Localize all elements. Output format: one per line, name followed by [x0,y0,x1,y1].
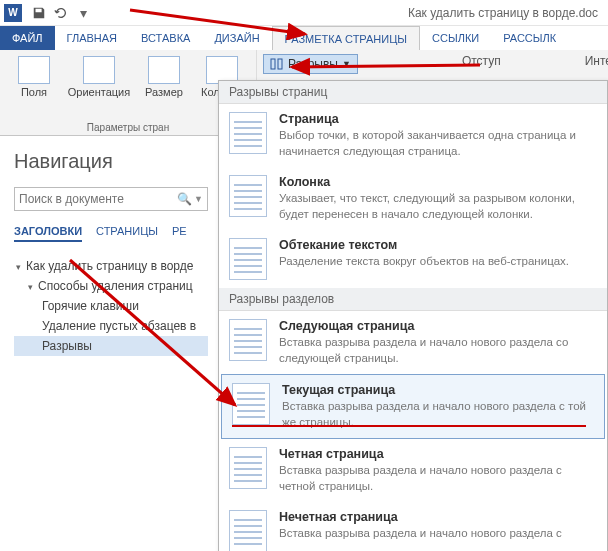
dd-title: Следующая страница [279,319,597,333]
tree-node-label: Горячие клавиши [42,299,139,313]
even-page-break-icon [229,447,267,489]
dd-desc: Указывает, что текст, следующий за разры… [279,191,597,222]
dd-desc: Вставка разрыва раздела и начало нового … [279,335,597,366]
tree-node-label: Удаление пустых абзацев в [42,319,196,333]
continuous-break-icon [232,383,270,425]
dd-desc: Вставка разрыва раздела и начало нового … [279,526,597,542]
breaks-dropdown-button[interactable]: Разрывы ▼ [263,54,358,74]
tree-node-hotkeys[interactable]: Горячие клавиши [14,296,208,316]
tree-node-breaks[interactable]: Разрывы [14,336,208,356]
tree-node-empty-paragraphs[interactable]: Удаление пустых абзацев в [14,316,208,336]
dd-title: Страница [279,112,597,126]
dd-desc: Выбор точки, в которой заканчивается одн… [279,128,597,159]
title-bar: W ▾ Как удалить страницу в ворде.doc [0,0,608,26]
size-button[interactable]: Размер [136,54,192,120]
page-break-icon [229,112,267,154]
page-setup-group-label: Параметры стран [6,122,250,133]
breaks-dropdown-menu: Разрывы страниц Страница Выбор точки, в … [218,80,608,551]
dropdown-section-page-breaks: Разрывы страниц [219,81,607,104]
orientation-label: Ориентация [68,86,130,98]
dd-desc: Вставка разрыва раздела и начало нового … [279,463,597,494]
dd-item-even-page[interactable]: Четная страница Вставка разрыва раздела … [219,439,607,502]
text-wrap-break-icon [229,238,267,280]
word-app-icon: W [4,4,22,22]
navigation-title: Навигация [14,150,208,173]
tree-node-label: Разрывы [42,339,92,353]
orientation-button[interactable]: Ориентация [64,54,134,120]
dd-item-text-wrapping[interactable]: Обтекание текстом Разделение текста вокр… [219,230,607,288]
tab-insert[interactable]: ВСТАВКА [129,26,202,50]
tab-home[interactable]: ГЛАВНАЯ [55,26,129,50]
dd-title: Колонка [279,175,597,189]
ribbon-tabs: ФАЙЛ ГЛАВНАЯ ВСТАВКА ДИЗАЙН РАЗМЕТКА СТР… [0,26,608,50]
odd-page-break-icon [229,510,267,551]
dd-desc: Разделение текста вокруг объектов на веб… [279,254,597,270]
document-title: Как удалить страницу в ворде.doc [408,6,598,20]
tab-page-layout[interactable]: РАЗМЕТКА СТРАНИЦЫ [272,26,420,50]
dropdown-section-section-breaks: Разрывы разделов [219,288,607,311]
size-icon [148,56,180,84]
tab-file[interactable]: ФАЙЛ [0,26,55,50]
navigation-tree: ▾Как удалить страницу в ворде ▾Способы у… [14,256,208,356]
search-more-icon[interactable]: ▼ [194,194,203,204]
dd-item-page[interactable]: Страница Выбор точки, в которой заканчив… [219,104,607,167]
tree-node-ways[interactable]: ▾Способы удаления страниц [14,276,208,296]
spacing-label: Интервал [585,54,608,68]
size-label: Размер [145,86,183,98]
dd-title: Нечетная страница [279,510,597,524]
navigation-tabs: ЗАГОЛОВКИ СТРАНИЦЫ РЕ [14,225,208,242]
dd-title: Четная страница [279,447,597,461]
breaks-icon [270,58,284,70]
dd-item-next-page[interactable]: Следующая страница Вставка разрыва разде… [219,311,607,374]
save-icon[interactable] [28,2,50,24]
dd-title: Обтекание текстом [279,238,597,252]
orientation-icon [83,56,115,84]
undo-icon[interactable] [50,2,72,24]
nav-tab-pages[interactable]: СТРАНИЦЫ [96,225,158,242]
indent-label: Отступ [462,54,501,68]
nav-tab-results[interactable]: РЕ [172,225,187,242]
tree-root[interactable]: ▾Как удалить страницу в ворде [14,256,208,276]
dd-item-column[interactable]: Колонка Указывает, что текст, следующий … [219,167,607,230]
search-input[interactable] [19,192,177,206]
svg-rect-1 [278,59,282,69]
tab-design[interactable]: ДИЗАЙН [202,26,271,50]
margins-icon [18,56,50,84]
dd-title: Текущая страница [282,383,594,397]
column-break-icon [229,175,267,217]
qat-more-icon[interactable]: ▾ [72,2,94,24]
chevron-down-icon: ▼ [342,59,351,69]
navigation-search[interactable]: 🔍 ▼ [14,187,208,211]
search-icon[interactable]: 🔍 [177,192,192,206]
dd-item-odd-page[interactable]: Нечетная страница Вставка разрыва раздел… [219,502,607,551]
tab-mailings[interactable]: РАССЫЛК [491,26,568,50]
dd-desc: Вставка разрыва раздела и начало нового … [282,399,594,430]
breaks-label: Разрывы [288,57,338,71]
dd-item-continuous[interactable]: Текущая страница Вставка разрыва раздела… [221,374,605,439]
tab-references[interactable]: ССЫЛКИ [420,26,491,50]
nav-tab-headings[interactable]: ЗАГОЛОВКИ [14,225,82,242]
svg-rect-0 [271,59,275,69]
next-page-break-icon [229,319,267,361]
tree-node-label: Способы удаления страниц [38,279,193,293]
navigation-pane: Навигация 🔍 ▼ ЗАГОЛОВКИ СТРАНИЦЫ РЕ ▾Как… [0,136,218,366]
margins-label: Поля [21,86,47,98]
tree-root-label: Как удалить страницу в ворде [26,259,193,273]
margins-button[interactable]: Поля [6,54,62,120]
